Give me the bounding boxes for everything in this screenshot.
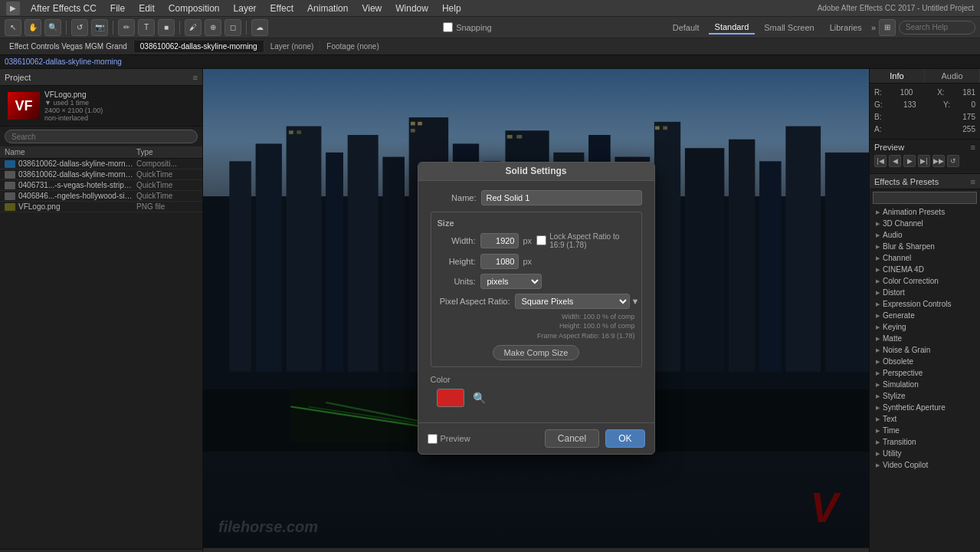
menu-animation[interactable]: Animation <box>301 2 354 15</box>
project-item-2[interactable]: 0406731...-s-vegas-hotels-strip-night.mo… <box>0 180 202 191</box>
ep-item-3[interactable]: Blur & Sharpen <box>870 241 980 252</box>
ep-item-11[interactable]: Matte <box>870 333 980 344</box>
tool-clone[interactable]: ⊕ <box>205 19 221 36</box>
ep-item-6[interactable]: Color Correction <box>870 275 980 287</box>
prev-back-btn[interactable]: ◀ <box>889 155 901 167</box>
menu-file[interactable]: File <box>104 2 131 15</box>
menu-composition[interactable]: Composition <box>162 2 226 15</box>
toggle-panels-btn[interactable]: ⊞ <box>879 19 896 36</box>
prev-play-btn[interactable]: ▶ <box>903 155 916 167</box>
help-search[interactable] <box>899 21 975 34</box>
project-item-4[interactable]: VFLogo.png PNG file <box>0 202 202 212</box>
ep-item-19[interactable]: Time <box>870 425 980 436</box>
prev-loop-btn[interactable]: ↺ <box>947 155 959 167</box>
ep-item-20[interactable]: Transition <box>870 436 980 448</box>
width-input[interactable] <box>480 233 519 248</box>
ws-standard[interactable]: Standard <box>709 21 755 34</box>
ep-item-10[interactable]: Keying <box>870 321 980 333</box>
tab-info[interactable]: Info <box>870 69 925 83</box>
ep-item-8[interactable]: Expression Controls <box>870 298 980 310</box>
ok-button[interactable]: OK <box>605 429 644 448</box>
ep-item-5[interactable]: CINEMA 4D <box>870 264 980 275</box>
snapping-checkbox[interactable] <box>443 22 453 32</box>
preview-label[interactable]: Preview <box>441 434 470 443</box>
prev-first-btn[interactable]: |◀ <box>874 155 887 167</box>
lock-aspect-checkbox[interactable] <box>536 235 546 245</box>
ep-item-1[interactable]: 3D Channel <box>870 218 980 229</box>
height-input[interactable] <box>480 254 519 269</box>
project-item-3[interactable]: 0406846...-ngeles-hollywood-sign-cal.mov… <box>0 191 202 202</box>
effects-search-input[interactable] <box>873 192 977 204</box>
tool-eraser[interactable]: ◻ <box>225 19 241 36</box>
ep-item-21[interactable]: Utility <box>870 448 980 459</box>
ws-libraries[interactable]: Libraries <box>824 21 868 34</box>
par-row: Pixel Aspect Ratio: Square Pixels ▼ <box>438 294 635 309</box>
info-content: R: 100 X: 181 G: 133 Y: 0 B: 175 A: 255 <box>870 84 980 139</box>
menu-window[interactable]: Window <box>389 2 434 15</box>
width-unit: px <box>523 236 533 245</box>
tool-puppet[interactable]: ☁ <box>251 19 268 36</box>
preview-checkbox[interactable] <box>428 434 438 444</box>
menu-after-effects[interactable]: After Effects CC <box>25 2 103 15</box>
color-swatch[interactable] <box>437 389 464 407</box>
ep-item-0[interactable]: Animation Presets <box>870 206 980 218</box>
ep-item-4[interactable]: Channel <box>870 252 980 264</box>
project-search-input[interactable] <box>5 130 198 143</box>
tool-paint[interactable]: 🖌 <box>185 19 202 36</box>
info-b-row: B: 175 <box>874 111 975 123</box>
preview-panel-menu[interactable]: ≡ <box>971 143 975 152</box>
snapping-label[interactable]: Snapping <box>456 23 492 32</box>
make-comp-size-button[interactable]: Make Comp Size <box>493 345 580 360</box>
eyedropper-button[interactable]: 🔍 <box>470 389 489 407</box>
project-menu-btn[interactable]: ≡ <box>193 73 198 82</box>
comp-header-tab[interactable]: 038610062-dallas-skyline-morning <box>134 41 264 52</box>
ws-default[interactable]: Default <box>667 21 706 34</box>
preview-panel-label: Preview <box>874 143 904 152</box>
menu-view[interactable]: View <box>356 2 388 15</box>
lock-aspect-label[interactable]: Lock Aspect Ratio to 16:9 (1.78) <box>549 232 634 249</box>
ep-item-17[interactable]: Synthetic Aperture <box>870 402 980 413</box>
ep-item-14[interactable]: Perspective <box>870 367 980 379</box>
menu-edit[interactable]: Edit <box>133 2 161 15</box>
effects-presets-menu[interactable]: ≡ <box>971 177 975 186</box>
ep-item-18[interactable]: Text <box>870 413 980 425</box>
height-unit: px <box>523 257 533 266</box>
tool-shape[interactable]: ■ <box>158 19 175 36</box>
menu-effect[interactable]: Effect <box>264 2 300 15</box>
par-select-wrap: Square Pixels ▼ <box>515 294 640 309</box>
tool-hand[interactable]: ✋ <box>25 19 41 36</box>
tool-text[interactable]: T <box>138 19 155 36</box>
ep-item-15[interactable]: Simulation <box>870 379 980 390</box>
ep-item-2[interactable]: Audio <box>870 229 980 241</box>
ep-item-12[interactable]: Noise & Grain <box>870 344 980 356</box>
project-item-0[interactable]: 038610062-dallas-skyline-morning Composi… <box>0 159 202 169</box>
tool-camera[interactable]: 📷 <box>91 19 108 36</box>
ep-item-16[interactable]: Stylize <box>870 390 980 402</box>
project-item-1[interactable]: 038610062-dallas-skyline-morning.mov Qui… <box>0 169 202 180</box>
item-type-2: QuickTime <box>136 181 198 189</box>
prev-ram-btn[interactable]: ▶▶ <box>932 155 945 167</box>
ep-item-7[interactable]: Distort <box>870 287 980 298</box>
layer-tab[interactable]: Layer (none) <box>264 41 321 52</box>
menu-layer[interactable]: Layer <box>228 2 263 15</box>
tool-pen[interactable]: ✏ <box>118 19 135 36</box>
ws-small-screen[interactable]: Small Screen <box>758 21 820 34</box>
ep-item-9[interactable]: Generate <box>870 310 980 321</box>
par-select[interactable]: Square Pixels <box>515 294 630 309</box>
tab-audio[interactable]: Audio <box>925 69 980 83</box>
par-dropdown-arrow[interactable]: ▼ <box>631 297 640 306</box>
tool-select[interactable]: ↖ <box>5 19 21 36</box>
menu-help[interactable]: Help <box>436 2 467 15</box>
ep-item-13[interactable]: Obsolete <box>870 356 980 367</box>
ep-item-22[interactable]: Video Copilot <box>870 459 980 471</box>
tool-rotate[interactable]: ↺ <box>71 19 88 36</box>
cancel-button[interactable]: Cancel <box>545 429 599 448</box>
footage-tab[interactable]: Footage (none) <box>320 41 385 52</box>
tool-zoom[interactable]: 🔍 <box>44 19 61 36</box>
effect-controls-tab[interactable]: Effect Controls Vegas MGM Grand <box>3 41 134 52</box>
info-x-value: 181 <box>962 87 975 99</box>
prev-forward-btn[interactable]: ▶| <box>918 155 930 167</box>
units-select[interactable]: pixels <box>480 274 542 289</box>
dialog-name-input[interactable] <box>481 190 642 205</box>
comp-breadcrumb[interactable]: 038610062-dallas-skyline-morning <box>5 58 122 66</box>
